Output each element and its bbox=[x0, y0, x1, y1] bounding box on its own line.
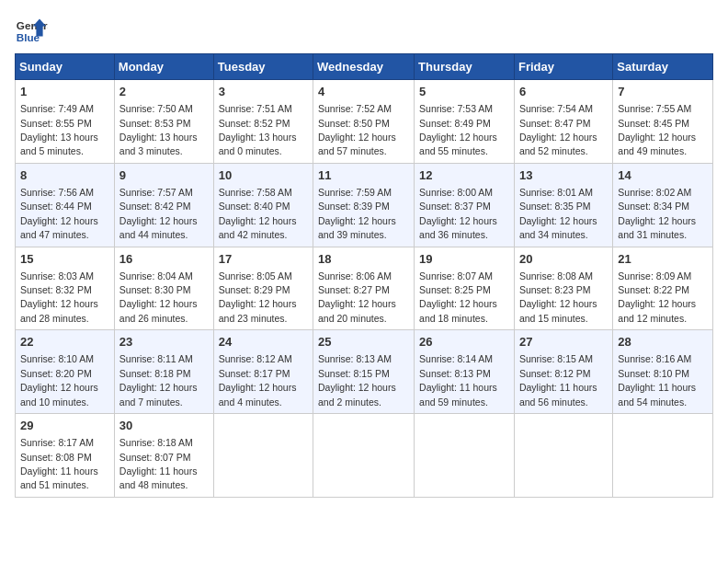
week-row-5: 29 Sunrise: 8:17 AMSunset: 8:08 PMDaylig… bbox=[16, 414, 713, 498]
logo: General Blue bbox=[15, 15, 48, 48]
day-number: 21 bbox=[618, 251, 708, 268]
day-info: Sunrise: 8:04 AMSunset: 8:30 PMDaylight:… bbox=[119, 270, 198, 324]
day-info: Sunrise: 7:54 AMSunset: 8:47 PMDaylight:… bbox=[519, 103, 597, 156]
day-number: 19 bbox=[419, 251, 509, 268]
day-info: Sunrise: 8:05 AMSunset: 8:29 PMDaylight:… bbox=[219, 270, 297, 324]
day-number: 14 bbox=[618, 167, 708, 184]
day-info: Sunrise: 8:12 AMSunset: 8:17 PMDaylight:… bbox=[219, 353, 297, 407]
day-info: Sunrise: 8:07 AMSunset: 8:25 PMDaylight:… bbox=[419, 270, 497, 324]
header-saturday: Saturday bbox=[613, 54, 713, 80]
day-info: Sunrise: 7:56 AMSunset: 8:44 PMDaylight:… bbox=[20, 187, 98, 240]
day-info: Sunrise: 7:58 AMSunset: 8:40 PMDaylight:… bbox=[219, 187, 297, 240]
day-number: 3 bbox=[219, 84, 308, 100]
logo-icon: General Blue bbox=[15, 15, 48, 48]
calendar-cell: 3 Sunrise: 7:51 AMSunset: 8:52 PMDayligh… bbox=[213, 80, 313, 164]
day-number: 26 bbox=[419, 334, 509, 350]
day-number: 17 bbox=[219, 251, 308, 268]
day-info: Sunrise: 8:09 AMSunset: 8:22 PMDaylight:… bbox=[618, 270, 696, 324]
day-number: 15 bbox=[20, 251, 109, 268]
header-monday: Monday bbox=[114, 54, 213, 80]
day-info: Sunrise: 7:53 AMSunset: 8:49 PMDaylight:… bbox=[419, 103, 497, 156]
header-tuesday: Tuesday bbox=[213, 54, 313, 80]
header-thursday: Thursday bbox=[415, 54, 515, 80]
day-number: 7 bbox=[618, 84, 708, 100]
day-info: Sunrise: 7:49 AMSunset: 8:55 PMDaylight:… bbox=[20, 103, 98, 156]
calendar-cell bbox=[313, 414, 415, 498]
calendar-cell: 30 Sunrise: 8:18 AMSunset: 8:07 PMDaylig… bbox=[114, 414, 213, 498]
day-number: 28 bbox=[618, 334, 708, 350]
day-info: Sunrise: 7:55 AMSunset: 8:45 PMDaylight:… bbox=[618, 103, 696, 156]
day-number: 30 bbox=[119, 418, 209, 434]
day-info: Sunrise: 8:11 AMSunset: 8:18 PMDaylight:… bbox=[119, 353, 198, 407]
calendar-cell: 5 Sunrise: 7:53 AMSunset: 8:49 PMDayligh… bbox=[415, 80, 515, 164]
day-info: Sunrise: 8:00 AMSunset: 8:37 PMDaylight:… bbox=[419, 187, 497, 240]
calendar-cell: 24 Sunrise: 8:12 AMSunset: 8:17 PMDaylig… bbox=[213, 330, 313, 414]
calendar-cell: 7 Sunrise: 7:55 AMSunset: 8:45 PMDayligh… bbox=[613, 80, 713, 164]
day-number: 6 bbox=[519, 84, 608, 100]
day-number: 10 bbox=[219, 167, 308, 184]
header-friday: Friday bbox=[514, 54, 612, 80]
calendar-cell: 1 Sunrise: 7:49 AMSunset: 8:55 PMDayligh… bbox=[16, 80, 115, 164]
days-header-row: SundayMondayTuesdayWednesdayThursdayFrid… bbox=[16, 54, 713, 80]
calendar-cell bbox=[213, 414, 313, 498]
calendar-cell: 4 Sunrise: 7:52 AMSunset: 8:50 PMDayligh… bbox=[313, 80, 415, 164]
calendar-cell: 8 Sunrise: 7:56 AMSunset: 8:44 PMDayligh… bbox=[16, 163, 115, 247]
calendar-table: SundayMondayTuesdayWednesdayThursdayFrid… bbox=[15, 53, 713, 498]
day-info: Sunrise: 8:15 AMSunset: 8:12 PMDaylight:… bbox=[519, 353, 597, 407]
day-number: 27 bbox=[519, 334, 608, 350]
week-row-1: 1 Sunrise: 7:49 AMSunset: 8:55 PMDayligh… bbox=[16, 80, 713, 164]
calendar-cell: 16 Sunrise: 8:04 AMSunset: 8:30 PMDaylig… bbox=[114, 247, 213, 330]
day-number: 18 bbox=[318, 251, 409, 268]
week-row-2: 8 Sunrise: 7:56 AMSunset: 8:44 PMDayligh… bbox=[16, 163, 713, 247]
calendar-cell: 28 Sunrise: 8:16 AMSunset: 8:10 PMDaylig… bbox=[613, 330, 713, 414]
day-number: 29 bbox=[20, 418, 109, 434]
day-info: Sunrise: 8:01 AMSunset: 8:35 PMDaylight:… bbox=[519, 187, 597, 240]
day-number: 1 bbox=[20, 84, 109, 100]
calendar-cell: 29 Sunrise: 8:17 AMSunset: 8:08 PMDaylig… bbox=[16, 414, 115, 498]
day-info: Sunrise: 8:06 AMSunset: 8:27 PMDaylight:… bbox=[318, 270, 396, 324]
day-number: 13 bbox=[519, 167, 608, 184]
day-info: Sunrise: 8:14 AMSunset: 8:13 PMDaylight:… bbox=[419, 353, 497, 407]
calendar-cell: 20 Sunrise: 8:08 AMSunset: 8:23 PMDaylig… bbox=[514, 247, 612, 330]
day-info: Sunrise: 7:57 AMSunset: 8:42 PMDaylight:… bbox=[119, 187, 198, 240]
calendar-cell: 15 Sunrise: 8:03 AMSunset: 8:32 PMDaylig… bbox=[16, 247, 115, 330]
calendar-cell bbox=[514, 414, 612, 498]
calendar-cell: 11 Sunrise: 7:59 AMSunset: 8:39 PMDaylig… bbox=[313, 163, 415, 247]
day-info: Sunrise: 8:18 AMSunset: 8:07 PMDaylight:… bbox=[119, 437, 198, 490]
calendar-cell: 18 Sunrise: 8:06 AMSunset: 8:27 PMDaylig… bbox=[313, 247, 415, 330]
calendar-cell: 26 Sunrise: 8:14 AMSunset: 8:13 PMDaylig… bbox=[415, 330, 515, 414]
day-info: Sunrise: 7:52 AMSunset: 8:50 PMDaylight:… bbox=[318, 103, 396, 156]
calendar-cell: 9 Sunrise: 7:57 AMSunset: 8:42 PMDayligh… bbox=[114, 163, 213, 247]
day-number: 16 bbox=[119, 251, 209, 268]
page-header: General Blue bbox=[15, 15, 713, 48]
day-number: 11 bbox=[318, 167, 409, 184]
calendar-cell: 10 Sunrise: 7:58 AMSunset: 8:40 PMDaylig… bbox=[213, 163, 313, 247]
day-info: Sunrise: 8:10 AMSunset: 8:20 PMDaylight:… bbox=[20, 353, 98, 407]
week-row-3: 15 Sunrise: 8:03 AMSunset: 8:32 PMDaylig… bbox=[16, 247, 713, 330]
calendar-cell: 14 Sunrise: 8:02 AMSunset: 8:34 PMDaylig… bbox=[613, 163, 713, 247]
calendar-cell: 6 Sunrise: 7:54 AMSunset: 8:47 PMDayligh… bbox=[514, 80, 612, 164]
day-info: Sunrise: 7:59 AMSunset: 8:39 PMDaylight:… bbox=[318, 187, 396, 240]
day-number: 25 bbox=[318, 334, 409, 350]
day-number: 22 bbox=[20, 334, 109, 350]
day-info: Sunrise: 7:51 AMSunset: 8:52 PMDaylight:… bbox=[219, 103, 297, 156]
day-info: Sunrise: 8:03 AMSunset: 8:32 PMDaylight:… bbox=[20, 270, 98, 324]
day-number: 24 bbox=[219, 334, 308, 350]
day-number: 5 bbox=[419, 84, 509, 100]
calendar-cell: 13 Sunrise: 8:01 AMSunset: 8:35 PMDaylig… bbox=[514, 163, 612, 247]
week-row-4: 22 Sunrise: 8:10 AMSunset: 8:20 PMDaylig… bbox=[16, 330, 713, 414]
calendar-cell: 19 Sunrise: 8:07 AMSunset: 8:25 PMDaylig… bbox=[415, 247, 515, 330]
day-info: Sunrise: 8:17 AMSunset: 8:08 PMDaylight:… bbox=[20, 437, 98, 490]
calendar-cell: 25 Sunrise: 8:13 AMSunset: 8:15 PMDaylig… bbox=[313, 330, 415, 414]
calendar-cell: 22 Sunrise: 8:10 AMSunset: 8:20 PMDaylig… bbox=[16, 330, 115, 414]
day-number: 8 bbox=[20, 167, 109, 184]
header-wednesday: Wednesday bbox=[313, 54, 415, 80]
day-number: 2 bbox=[119, 84, 209, 100]
calendar-cell: 21 Sunrise: 8:09 AMSunset: 8:22 PMDaylig… bbox=[613, 247, 713, 330]
calendar-cell: 12 Sunrise: 8:00 AMSunset: 8:37 PMDaylig… bbox=[415, 163, 515, 247]
header-sunday: Sunday bbox=[16, 54, 115, 80]
day-info: Sunrise: 7:50 AMSunset: 8:53 PMDaylight:… bbox=[119, 103, 198, 156]
calendar-cell: 23 Sunrise: 8:11 AMSunset: 8:18 PMDaylig… bbox=[114, 330, 213, 414]
day-info: Sunrise: 8:08 AMSunset: 8:23 PMDaylight:… bbox=[519, 270, 597, 324]
day-number: 23 bbox=[119, 334, 209, 350]
